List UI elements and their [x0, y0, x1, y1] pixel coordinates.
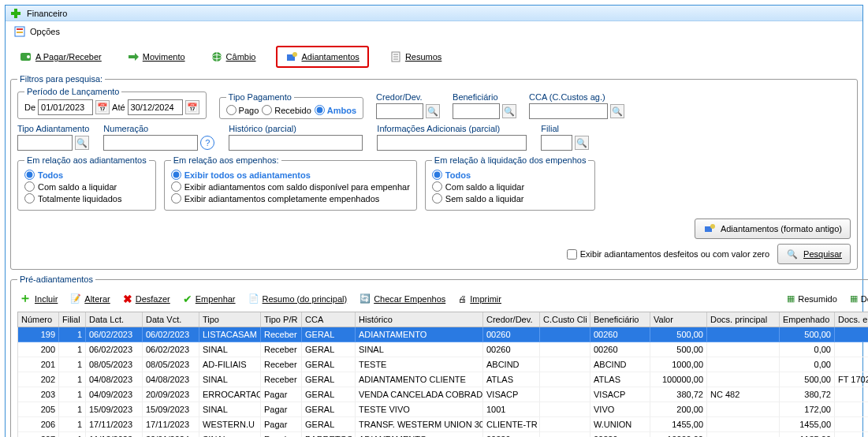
column-header[interactable]: Empenhado	[780, 312, 835, 327]
globe-icon	[210, 50, 223, 63]
column-header[interactable]: Histórico	[356, 312, 483, 327]
date-to-input[interactable]	[128, 99, 183, 115]
grid-header: NúmeroFilialData Lct.Data Vct.TipoTipo P…	[17, 312, 868, 327]
column-header[interactable]: Docs. principal	[707, 312, 780, 327]
column-header[interactable]: Número	[18, 312, 59, 327]
menu-pagar-receber[interactable]: A Pagar/Receber	[15, 47, 106, 66]
column-header[interactable]: Tipo	[199, 312, 261, 327]
info-adicionais-input[interactable]	[377, 135, 527, 151]
column-header[interactable]: Filial	[59, 312, 86, 327]
table-row[interactable]: 206117/11/202317/11/2023WESTERN.UPagarGE…	[18, 417, 868, 432]
rel-emp-comp[interactable]: Exibir adiantamentos completamente empen…	[171, 193, 410, 204]
date-from-input[interactable]	[38, 99, 93, 115]
rel-emp-saldo[interactable]: Exibir adiantamentos com saldo disponíve…	[171, 181, 410, 192]
svg-rect-3	[17, 28, 23, 30]
menu-resumos[interactable]: Resumos	[385, 47, 446, 66]
table-row[interactable]: 201108/05/202308/05/2023AD-FILIAISRecebe…	[18, 357, 868, 372]
column-header[interactable]: Beneficiário	[590, 312, 650, 327]
checar-button[interactable]: 🔄Checar Empenhos	[359, 293, 445, 304]
tipo-ad-input[interactable]	[17, 135, 73, 151]
grid-toolbar: ＋Incluir 📝Alterar ✖Desfazer ✔Empenhar 📄R…	[17, 287, 868, 310]
resumo-button[interactable]: 📄Resumo (do principal)	[248, 293, 348, 304]
column-header[interactable]: C.Custo Cli	[540, 312, 590, 327]
numeracao-input[interactable]	[103, 135, 198, 151]
rel-liq-saldo[interactable]: Com saldo a liquidar	[432, 181, 589, 192]
rel-liquidacao-group: Em relação à liquidação dos empenhos Tod…	[425, 155, 596, 211]
search-tipo-icon[interactable]: 🔍	[75, 136, 89, 150]
advance-icon	[285, 50, 298, 63]
column-header[interactable]: Tipo P/R	[261, 312, 302, 327]
search-credor-icon[interactable]: 🔍	[426, 104, 440, 118]
help-icon[interactable]: ?	[200, 136, 214, 150]
rel-ad-saldo[interactable]: Com saldo a liquidar	[24, 181, 149, 192]
search-benef-icon[interactable]: 🔍	[502, 104, 516, 118]
refresh-icon: 🔄	[359, 293, 371, 304]
options-label[interactable]: Opções	[30, 27, 60, 36]
column-header[interactable]: CCA	[302, 312, 356, 327]
rel-ad-todos[interactable]: Todos	[24, 170, 149, 180]
filial-input[interactable]	[541, 135, 572, 151]
grid-body[interactable]: 199106/02/202306/02/2023LISTACASAMRecebe…	[17, 327, 868, 437]
detalhado-button[interactable]: ▦Detalhado	[850, 293, 868, 304]
rel-ad-total[interactable]: Totalmente liquidados	[24, 193, 149, 204]
rel-adiantamentos-group: Em relação aos adiantamentos Todos Com s…	[17, 155, 156, 211]
svg-point-17	[710, 224, 715, 229]
menu-cambio[interactable]: Câmbio	[206, 47, 261, 66]
historico-input[interactable]	[229, 135, 363, 151]
menubar: A Pagar/Receber Movimento Câmbio Adianta…	[10, 43, 858, 74]
beneficiario-input[interactable]	[453, 103, 500, 119]
advance-icon	[703, 222, 716, 235]
window-title: Financeiro	[27, 9, 67, 18]
radio-pago[interactable]: Pago	[226, 105, 259, 115]
column-header[interactable]: Credor/Dev.	[483, 312, 540, 327]
movement-icon	[127, 50, 140, 63]
menu-movimento[interactable]: Movimento	[122, 47, 190, 66]
table-row[interactable]: 200106/02/202306/02/2023SINALReceberGERA…	[18, 342, 868, 357]
table-row[interactable]: 202104/08/202304/08/2023SINALReceberGERA…	[18, 372, 868, 387]
rel-liq-sem[interactable]: Sem saldo a liquidar	[432, 193, 589, 204]
rel-emp-todos[interactable]: Exibir todos os adiantamentos	[171, 170, 410, 180]
options-icon	[13, 25, 26, 38]
empenhar-button[interactable]: ✔Empenhar	[183, 293, 236, 305]
excel-icon: ▦	[850, 293, 858, 304]
column-header[interactable]: Valor	[650, 312, 707, 327]
svg-point-6	[27, 55, 30, 58]
radio-recebido[interactable]: Recebido	[262, 105, 311, 115]
check-desfeitos[interactable]: Exibir adiantamentos desfeitos ou com va…	[567, 249, 769, 260]
column-header[interactable]: Data Lct.	[86, 312, 143, 327]
resumido-button[interactable]: ▦Resumido	[787, 293, 837, 304]
search-cca-icon[interactable]: 🔍	[610, 104, 624, 118]
pesquisar-button[interactable]: 🔍 Pesquisar	[777, 244, 851, 264]
radio-ambos[interactable]: Ambos	[315, 105, 356, 115]
pre-adiantamentos-panel: Pré-adiantamentos ＋Incluir 📝Alterar ✖Des…	[10, 275, 868, 437]
desfazer-button[interactable]: ✖Desfazer	[123, 293, 170, 305]
table-row[interactable]: 203104/09/202320/09/2023ERROCARTACPagarG…	[18, 387, 868, 402]
rel-liq-todos[interactable]: Todos	[432, 170, 589, 180]
imprimir-button[interactable]: 🖨Imprimir	[458, 294, 501, 304]
plus-icon[interactable]	[9, 7, 22, 20]
data-grid: ▸ NúmeroFilialData Lct.Data Vct.TipoTipo…	[17, 312, 868, 437]
formato-antigo-button[interactable]: Adiantamentos (formato antigo)	[695, 218, 851, 239]
filters-title: Filtros para pesquisa:	[17, 74, 105, 84]
column-header[interactable]: Data Vct.	[143, 312, 199, 327]
tipo-pagamento-group: Tipo Pagamento Pago Recebido Ambos	[219, 92, 363, 119]
print-icon: 🖨	[458, 294, 467, 304]
table-row[interactable]: 207111/12/202330/01/2024SINALReceberBARR…	[18, 432, 868, 437]
summary-icon	[389, 50, 402, 63]
column-header[interactable]: Docs. empenh	[835, 312, 868, 327]
table-row[interactable]: 199106/02/202306/02/2023LISTACASAMRecebe…	[18, 327, 868, 342]
filters-panel: Filtros para pesquisa: Período de Lançam…	[10, 74, 858, 270]
calendar-from-icon[interactable]: 📅	[95, 100, 110, 114]
alterar-button[interactable]: 📝Alterar	[70, 293, 110, 304]
cca-input[interactable]	[529, 103, 608, 119]
periodo-group: Período de Lançamento De 📅 Até 📅	[17, 87, 207, 119]
search-filial-icon[interactable]: 🔍	[575, 136, 589, 150]
credor-input[interactable]	[376, 103, 423, 119]
doc-icon: 📄	[248, 293, 259, 304]
table-row[interactable]: 205115/09/202315/09/2023SINALPagarGERALT…	[18, 402, 868, 417]
rel-empenhos-group: Em relação aos empenhos: Exibir todos os…	[164, 155, 417, 211]
menu-adiantamentos[interactable]: Adiantamentos	[276, 46, 368, 68]
calendar-to-icon[interactable]: 📅	[185, 100, 199, 114]
wallet-icon	[20, 50, 32, 63]
incluir-button[interactable]: ＋Incluir	[19, 290, 58, 307]
